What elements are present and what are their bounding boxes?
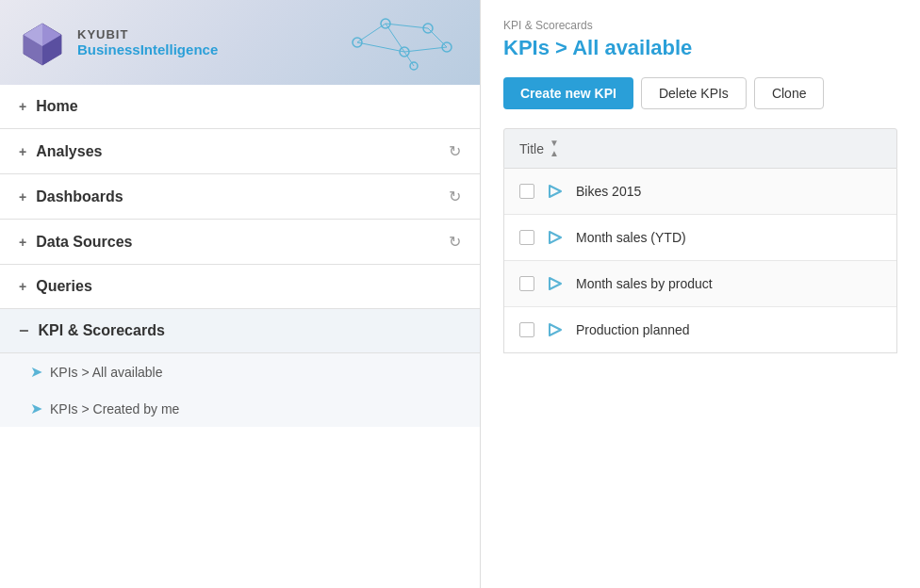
plus-icon-queries: +	[19, 279, 26, 294]
nav-label-dashboards: Dashboards	[36, 188, 123, 205]
table-header[interactable]: Title ▼ ▲	[503, 128, 897, 169]
kpi-name-4: Production planned	[576, 322, 690, 337]
kpi-name-1: Bikes 2015	[576, 184, 641, 199]
kpi-arrow-icon-3	[546, 274, 565, 293]
kpi-arrow-icon-2	[546, 228, 565, 247]
logo-cube-icon	[19, 19, 66, 66]
nav-label-queries: Queries	[36, 278, 92, 295]
svg-line-15	[404, 47, 447, 52]
delete-kpis-button[interactable]: Delete KPIs	[641, 77, 747, 109]
nav-label-kpi: KPI & Scorecards	[39, 322, 165, 339]
kpi-name-2: Month sales (YTD)	[576, 230, 686, 245]
breadcrumb: KPI & Scorecards	[503, 19, 897, 32]
app-subtitle-bold: Intelligence	[140, 41, 219, 57]
sort-down-icon: ▼	[550, 139, 559, 148]
page-title: KPIs > All available	[503, 36, 897, 60]
svg-marker-21	[550, 324, 561, 335]
minus-icon-kpi: −	[19, 322, 29, 339]
svg-marker-19	[550, 232, 561, 243]
plus-icon-home: +	[19, 99, 26, 114]
kpi-checkbox-3[interactable]	[519, 276, 534, 291]
logo-area: KYUBIT BusinessIntelligence	[19, 19, 218, 66]
kpi-checkbox-1[interactable]	[519, 184, 534, 199]
sub-nav-item-kpi-mine[interactable]: ➤ KPIs > Created by me	[0, 390, 480, 427]
kpi-row-1[interactable]: Bikes 2015	[504, 169, 896, 215]
svg-line-12	[386, 24, 428, 28]
kpi-name-3: Month sales by product	[576, 276, 713, 291]
kpi-checkbox-4[interactable]	[519, 322, 534, 337]
svg-marker-20	[550, 278, 561, 289]
svg-line-14	[428, 28, 447, 47]
nav-item-analyses[interactable]: + Analyses ↻	[0, 129, 480, 174]
plus-icon-data-sources: +	[19, 235, 26, 250]
svg-marker-18	[550, 186, 561, 197]
sort-icons[interactable]: ▼ ▲	[550, 139, 559, 158]
plus-icon-dashboards: +	[19, 189, 26, 204]
sub-nav-label-kpi-all: KPIs > All available	[50, 365, 162, 380]
sub-nav-label-kpi-mine: KPIs > Created by me	[50, 401, 179, 416]
create-kpi-button[interactable]: Create new KPI	[503, 77, 633, 109]
refresh-icon-dashboards[interactable]: ↻	[449, 188, 461, 205]
app-name: KYUBIT	[77, 27, 218, 41]
sub-nav-item-kpi-all[interactable]: ➤ KPIs > All available	[0, 353, 480, 390]
refresh-icon-analyses[interactable]: ↻	[449, 142, 461, 160]
app-subtitle: BusinessIntelligence	[77, 41, 218, 57]
nav-label-data-sources: Data Sources	[36, 234, 132, 251]
svg-line-11	[357, 24, 386, 42]
sidebar-header: KYUBIT BusinessIntelligence	[0, 0, 480, 85]
svg-line-13	[386, 24, 404, 52]
network-icon	[338, 14, 461, 71]
logo-text: KYUBIT BusinessIntelligence	[77, 27, 218, 57]
refresh-icon-data-sources[interactable]: ↻	[449, 233, 461, 251]
kpi-row-4[interactable]: Production planned	[504, 307, 896, 352]
sidebar: KYUBIT BusinessIntelligence	[0, 0, 481, 588]
svg-line-17	[357, 42, 404, 52]
column-title-label: Title	[519, 141, 544, 156]
nav-item-dashboards[interactable]: + Dashboards ↻	[0, 174, 480, 220]
main-content: KPI & Scorecards KPIs > All available Cr…	[481, 0, 920, 588]
kpi-row-3[interactable]: Month sales by product	[504, 261, 896, 307]
nav-label-analyses: Analyses	[36, 143, 102, 160]
nav-item-data-sources[interactable]: + Data Sources ↻	[0, 220, 480, 265]
kpi-row-2[interactable]: Month sales (YTD)	[504, 215, 896, 261]
kpi-checkbox-2[interactable]	[519, 230, 534, 245]
kpi-arrow-icon-mine: ➤	[30, 400, 42, 417]
sub-nav: ➤ KPIs > All available ➤ KPIs > Created …	[0, 353, 480, 427]
kpi-arrow-icon-4	[546, 320, 565, 339]
nav-item-queries[interactable]: + Queries	[0, 265, 480, 309]
kpi-arrow-icon-1	[546, 182, 565, 201]
plus-icon-analyses: +	[19, 144, 26, 159]
toolbar: Create new KPI Delete KPIs Clone	[503, 77, 897, 109]
nav-label-home: Home	[36, 98, 77, 115]
kpi-list: Bikes 2015 Month sales (YTD) Month sales…	[503, 169, 897, 353]
kpi-arrow-icon-all: ➤	[30, 363, 42, 381]
nav-item-kpi-scorecards[interactable]: − KPI & Scorecards	[0, 309, 480, 353]
sort-up-icon: ▲	[550, 149, 559, 158]
clone-button[interactable]: Clone	[754, 77, 825, 109]
nav-item-home[interactable]: + Home	[0, 85, 480, 129]
